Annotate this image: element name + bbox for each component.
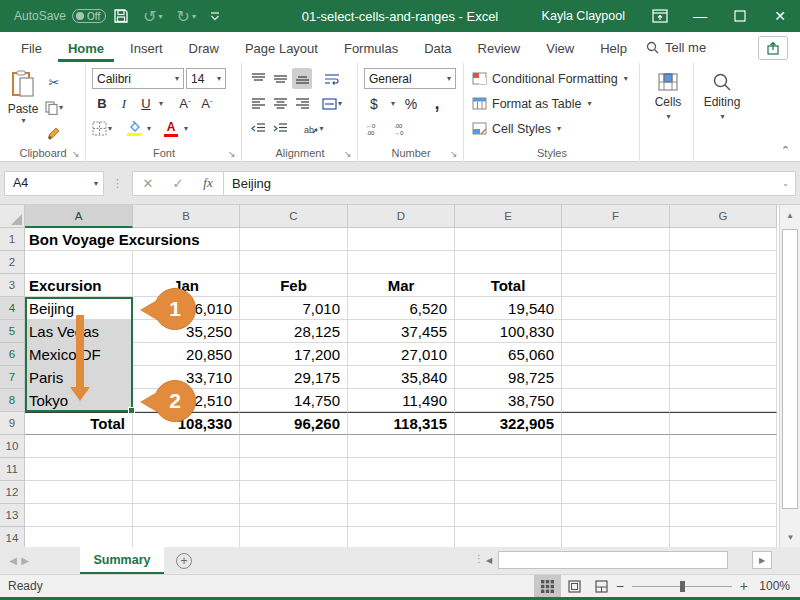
cell-E7[interactable]: 98,725 — [455, 366, 562, 389]
column-header-D[interactable]: D — [348, 205, 455, 228]
horizontal-scrollbar[interactable]: ◀ ▶ — [486, 550, 776, 570]
cell-D4[interactable]: 6,520 — [348, 297, 455, 320]
cell-A6[interactable]: Mexico DF — [25, 343, 133, 366]
tab-home[interactable]: Home — [58, 34, 114, 62]
cell-E2[interactable] — [455, 251, 562, 274]
scroll-right-icon[interactable]: ▶ — [752, 551, 772, 569]
tab-view[interactable]: View — [536, 34, 584, 62]
percent-style-button[interactable]: % — [401, 93, 421, 114]
cell-G6[interactable] — [670, 343, 777, 366]
borders-button[interactable]: ▾ — [92, 118, 112, 139]
cell-F3[interactable] — [562, 274, 670, 297]
cell-E13[interactable] — [455, 504, 562, 527]
cell-E8[interactable]: 38,750 — [455, 389, 562, 412]
cell-A7[interactable]: Paris — [25, 366, 133, 389]
cell-D13[interactable] — [348, 504, 455, 527]
copy-button[interactable]: ▾ — [44, 97, 64, 118]
cell-D6[interactable]: 27,010 — [348, 343, 455, 366]
column-header-C[interactable]: C — [240, 205, 348, 228]
cell-G8[interactable] — [670, 389, 777, 412]
tab-review[interactable]: Review — [468, 34, 531, 62]
cell-B10[interactable] — [133, 435, 240, 458]
font-name-combo[interactable]: Calibri▾ — [92, 68, 184, 89]
cell-E14[interactable] — [455, 527, 562, 547]
increase-decimal-button[interactable]: ←0.00 — [364, 118, 384, 139]
align-left-button[interactable] — [248, 93, 268, 114]
sheet-tab-summary[interactable]: Summary — [80, 547, 164, 574]
zoom-level[interactable]: 100% — [756, 579, 790, 593]
zoom-slider-thumb[interactable] — [680, 581, 685, 592]
cell-D5[interactable]: 37,455 — [348, 320, 455, 343]
cell-A12[interactable] — [25, 481, 133, 504]
conditional-formatting-button[interactable]: Conditional Formatting ▾ — [466, 66, 637, 91]
normal-view-button[interactable] — [534, 575, 561, 597]
bottom-align-button[interactable] — [292, 68, 312, 89]
cell-D12[interactable] — [348, 481, 455, 504]
cell-F6[interactable] — [562, 343, 670, 366]
cell-G12[interactable] — [670, 481, 777, 504]
cell-C9[interactable]: 96,260 — [240, 412, 348, 435]
enter-button[interactable]: ✓ — [163, 176, 193, 191]
format-as-table-button[interactable]: Format as Table ▾ — [466, 91, 637, 116]
new-sheet-button[interactable]: + — [164, 547, 204, 574]
cell-G3[interactable] — [670, 274, 777, 297]
cell-D14[interactable] — [348, 527, 455, 547]
cell-G5[interactable] — [670, 320, 777, 343]
row-header-5[interactable]: 5 — [0, 320, 25, 343]
insert-function-button[interactable]: fx — [193, 175, 223, 191]
tab-page-layout[interactable]: Page Layout — [235, 34, 328, 62]
scroll-down-icon[interactable]: ▼ — [780, 527, 800, 547]
cell-C11[interactable] — [240, 458, 348, 481]
editing-button[interactable]: Editing ▾ — [696, 66, 748, 121]
cell-B13[interactable] — [133, 504, 240, 527]
cell-F9[interactable] — [562, 412, 670, 435]
underline-button[interactable]: U — [136, 93, 156, 114]
fill-color-button[interactable] — [124, 118, 144, 139]
cell-E5[interactable]: 100,830 — [455, 320, 562, 343]
cell-D9[interactable]: 118,315 — [348, 412, 455, 435]
cell-F14[interactable] — [562, 527, 670, 547]
tab-help[interactable]: Help — [590, 34, 637, 62]
decrease-decimal-button[interactable]: .00→0 — [392, 118, 412, 139]
alignment-dialog-launcher-icon[interactable]: ↘ — [344, 149, 352, 159]
cell-A8[interactable]: Tokyo — [25, 389, 133, 412]
increase-font-button[interactable]: Aˆ — [175, 93, 195, 114]
tab-insert[interactable]: Insert — [120, 34, 173, 62]
cell-C13[interactable] — [240, 504, 348, 527]
cell-C14[interactable] — [240, 527, 348, 547]
column-header-A[interactable]: A — [25, 205, 133, 228]
cell-F5[interactable] — [562, 320, 670, 343]
cell-A11[interactable] — [25, 458, 133, 481]
cell-G2[interactable] — [670, 251, 777, 274]
cell-A5[interactable]: Las Vegas — [25, 320, 133, 343]
cell-A2[interactable] — [25, 251, 133, 274]
accounting-format-button[interactable]: $ — [364, 93, 384, 114]
scroll-left-icon[interactable]: ◀ — [486, 556, 498, 565]
page-break-preview-button[interactable] — [588, 575, 615, 597]
cell-A14[interactable] — [25, 527, 133, 547]
row-header-9[interactable]: 9 — [0, 412, 25, 435]
cancel-button[interactable]: ✕ — [133, 176, 163, 191]
vertical-scrollbar-thumb[interactable] — [782, 229, 798, 509]
cell-C4[interactable]: 7,010 — [240, 297, 348, 320]
cell-E12[interactable] — [455, 481, 562, 504]
cell-D1[interactable] — [348, 228, 455, 251]
cell-styles-button[interactable]: Cell Styles ▾ — [466, 116, 637, 141]
row-header-2[interactable]: 2 — [0, 251, 25, 274]
italic-button[interactable]: I — [114, 93, 134, 114]
cell-B11[interactable] — [133, 458, 240, 481]
top-align-button[interactable] — [248, 68, 268, 89]
undo-button[interactable]: ↺▾ — [136, 0, 169, 32]
font-size-combo[interactable]: 14▾ — [186, 68, 226, 89]
cell-G14[interactable] — [670, 527, 777, 547]
cell-E6[interactable]: 65,060 — [455, 343, 562, 366]
row-header-1[interactable]: 1 — [0, 228, 25, 251]
middle-align-button[interactable] — [270, 68, 290, 89]
cell-E1[interactable] — [455, 228, 562, 251]
cell-C3[interactable]: Feb — [240, 274, 348, 297]
cell-G13[interactable] — [670, 504, 777, 527]
collapse-ribbon-button[interactable]: ⌃ — [781, 144, 790, 157]
cell-B12[interactable] — [133, 481, 240, 504]
tab-data[interactable]: Data — [414, 34, 461, 62]
maximize-button[interactable] — [720, 0, 760, 32]
